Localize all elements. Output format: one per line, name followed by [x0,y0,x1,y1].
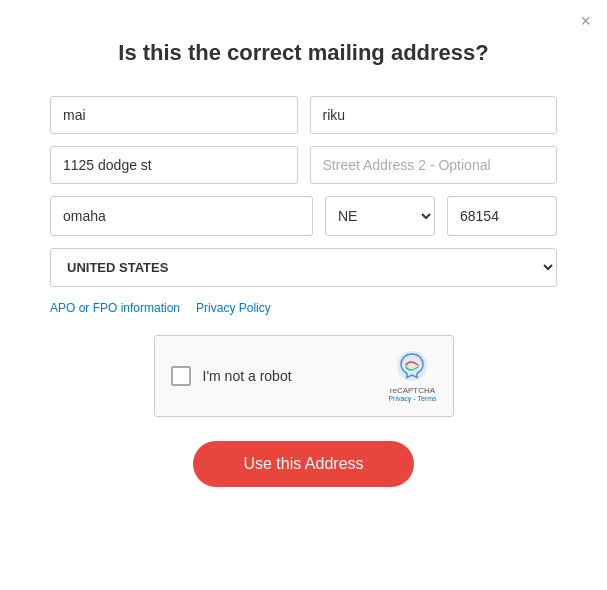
address1-input[interactable] [50,146,298,184]
name-row [50,96,557,134]
address1-row [50,146,557,184]
submit-button[interactable]: Use this Address [193,441,413,487]
captcha-left: I'm not a robot [171,366,292,386]
privacy-policy-link[interactable]: Privacy Policy [196,301,271,315]
city-state-zip-row: NE NY CA TX [50,196,557,236]
address2-input[interactable] [310,146,558,184]
recaptcha-sub: Privacy - Terms [388,395,436,402]
apo-fpo-link[interactable]: APO or FPO information [50,301,180,315]
captcha-right: reCAPTCHA Privacy - Terms [388,350,436,402]
city-input[interactable] [50,196,313,236]
last-name-input[interactable] [310,96,558,134]
captcha-section: I'm not a robot reCAPTCHA Privacy - Term… [50,335,557,417]
modal-container: × Is this the correct mailing address? N… [0,0,607,590]
captcha-box: I'm not a robot reCAPTCHA Privacy - Term… [154,335,454,417]
captcha-checkbox[interactable] [171,366,191,386]
country-select[interactable]: UNITED STATES CANADA OTHER [50,248,557,287]
captcha-label: I'm not a robot [203,368,292,384]
submit-row: Use this Address [50,441,557,487]
first-name-input[interactable] [50,96,298,134]
zip-input[interactable] [447,196,557,236]
modal-title: Is this the correct mailing address? [50,40,557,66]
close-button[interactable]: × [580,12,591,30]
state-select[interactable]: NE NY CA TX [325,196,435,236]
info-links: APO or FPO information Privacy Policy [50,301,557,315]
country-row: UNITED STATES CANADA OTHER [50,248,557,287]
recaptcha-icon [396,350,428,386]
recaptcha-brand: reCAPTCHA [390,386,435,395]
